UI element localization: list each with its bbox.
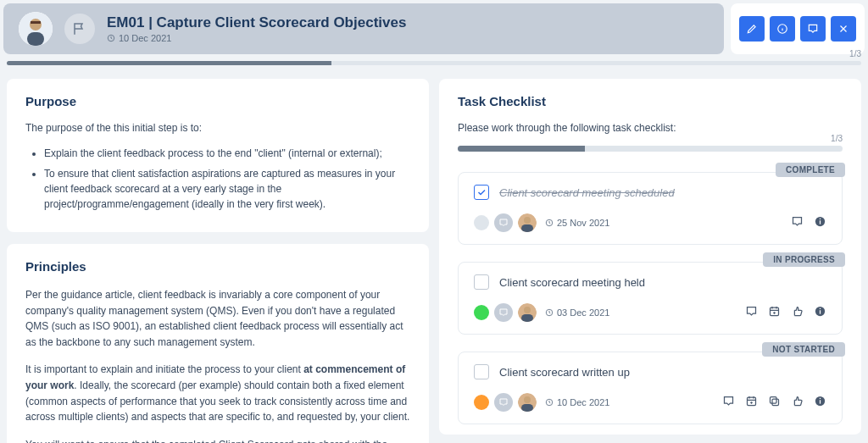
page-header: EM01 | Capture Client Scorecard Objectiv… xyxy=(3,3,724,54)
assignee-avatar[interactable] xyxy=(518,213,537,232)
task-checkbox[interactable] xyxy=(474,274,489,290)
principles-para: Per the guidance article, client feedbac… xyxy=(25,287,410,350)
page-title: EM01 | Capture Client Scorecard Objectiv… xyxy=(107,14,709,31)
svg-rect-19 xyxy=(820,310,821,313)
header-actions xyxy=(731,3,865,54)
info-icon[interactable] xyxy=(814,215,826,230)
svg-rect-2 xyxy=(27,32,44,46)
info-icon[interactable] xyxy=(814,395,826,410)
page-progress: 1/3 xyxy=(7,61,861,65)
thumbs-up-icon[interactable] xyxy=(791,395,804,410)
purpose-card: Purpose The purpose of the this initial … xyxy=(7,79,429,232)
info-button[interactable] xyxy=(770,16,795,42)
task-title: Client scorecard meeting held xyxy=(499,276,645,289)
task-title: Client scorecard written up xyxy=(499,366,630,379)
svg-point-7 xyxy=(524,217,531,224)
status-dot xyxy=(474,395,489,410)
svg-rect-11 xyxy=(820,220,821,224)
thumbs-up-icon[interactable] xyxy=(791,305,804,320)
svg-rect-26 xyxy=(772,399,779,406)
principles-para: It is important to explain and initiate … xyxy=(25,362,410,424)
schedule-icon[interactable] xyxy=(768,305,781,320)
chat-icon xyxy=(494,213,513,232)
purpose-bullet: Explain the client feedback process to t… xyxy=(44,146,410,161)
svg-rect-12 xyxy=(820,219,821,219)
svg-rect-30 xyxy=(820,398,821,399)
checklist-heading: Task Checklist xyxy=(458,94,843,108)
assignee-avatar[interactable] xyxy=(518,303,537,322)
clock-icon xyxy=(545,219,554,227)
checklist-intro: Please work through the following task c… xyxy=(458,122,843,134)
svg-rect-27 xyxy=(771,397,777,404)
clock-icon xyxy=(545,398,554,407)
user-avatar[interactable] xyxy=(19,12,53,46)
checklist-progress-label: 1/3 xyxy=(831,134,843,143)
checklist-progress: 1/3 xyxy=(458,146,843,152)
copy-icon[interactable] xyxy=(768,395,781,410)
svg-rect-15 xyxy=(521,314,533,322)
svg-rect-20 xyxy=(820,308,821,309)
comment-icon[interactable] xyxy=(745,305,758,320)
checklist-card: Task Checklist Please work through the f… xyxy=(439,79,861,435)
task-item[interactable]: IN PROGRESS Client scorecard meeting hel… xyxy=(458,262,843,335)
svg-rect-8 xyxy=(521,224,533,232)
status-dot xyxy=(474,215,489,230)
svg-rect-3 xyxy=(31,21,41,24)
task-checkbox[interactable] xyxy=(474,364,489,379)
svg-point-14 xyxy=(524,307,531,313)
task-date: 25 Nov 2021 xyxy=(545,218,609,228)
svg-rect-29 xyxy=(820,400,821,403)
flag-icon xyxy=(64,14,95,44)
chat-icon xyxy=(494,303,513,322)
purpose-bullet: To ensure that client satisfaction aspir… xyxy=(44,166,410,212)
principles-heading: Principles xyxy=(25,259,410,274)
status-badge: NOT STARTED xyxy=(762,342,845,357)
svg-rect-17 xyxy=(771,307,779,315)
task-title: Client scorecard meeting scheduled xyxy=(499,186,675,199)
comment-button[interactable] xyxy=(800,16,826,42)
page-progress-label: 1/3 xyxy=(849,49,861,58)
svg-rect-25 xyxy=(748,397,756,405)
task-item[interactable]: NOT STARTED Client scorecard written up xyxy=(458,352,843,424)
task-date: 03 Dec 2021 xyxy=(545,307,609,318)
close-button[interactable] xyxy=(831,16,856,42)
header-date: 10 Dec 2021 xyxy=(107,33,709,43)
principles-para: You will want to ensure that the complet… xyxy=(25,437,410,443)
comment-icon[interactable] xyxy=(791,215,804,230)
schedule-icon[interactable] xyxy=(745,395,758,410)
comment-icon[interactable] xyxy=(722,395,735,410)
purpose-intro: The purpose of the this initial step is … xyxy=(25,122,410,134)
edit-button[interactable] xyxy=(739,16,765,42)
task-checkbox[interactable] xyxy=(474,185,489,200)
svg-point-1 xyxy=(30,19,42,30)
clock-icon xyxy=(107,34,115,42)
clock-icon xyxy=(545,308,554,317)
svg-rect-23 xyxy=(521,404,533,412)
info-icon[interactable] xyxy=(814,305,826,320)
status-dot xyxy=(474,305,489,320)
chat-icon xyxy=(494,393,513,412)
purpose-heading: Purpose xyxy=(25,94,410,108)
principles-card: Principles Per the guidance article, cli… xyxy=(7,244,429,443)
svg-point-22 xyxy=(524,396,531,403)
task-date: 10 Dec 2021 xyxy=(545,397,609,407)
assignee-avatar[interactable] xyxy=(518,393,537,412)
task-item[interactable]: COMPLETE Client scorecard meeting schedu… xyxy=(458,172,843,245)
status-badge: IN PROGRESS xyxy=(763,252,845,267)
status-badge: COMPLETE xyxy=(776,163,845,177)
